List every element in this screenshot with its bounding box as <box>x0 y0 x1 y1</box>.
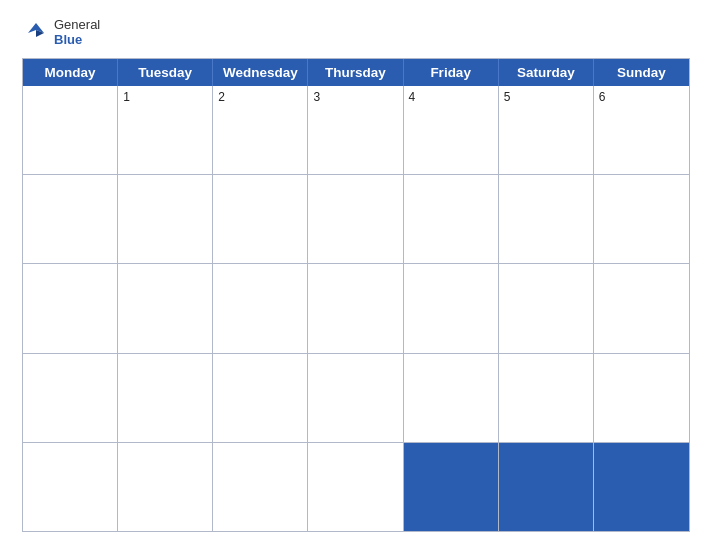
date-number-17: 17 <box>313 268 326 282</box>
cal-cell-w4-d1: 21 <box>23 354 118 442</box>
calendar-body: 1234567891011121314151617181920212223242… <box>23 86 689 531</box>
page-header: General Blue <box>22 18 690 48</box>
date-number-28: 28 <box>28 447 41 461</box>
week-row-5: 28293031 <box>23 442 689 531</box>
date-number-7: 7 <box>28 179 35 193</box>
cal-cell-w4-d4: 24 <box>308 354 403 442</box>
logo-text-blue: Blue <box>54 33 100 48</box>
date-number-21: 21 <box>28 358 41 372</box>
logo-bird-icon <box>22 19 50 47</box>
date-number-22: 22 <box>123 358 136 372</box>
cal-cell-w4-d3: 23 <box>213 354 308 442</box>
cal-cell-w5-d2: 29 <box>118 443 213 531</box>
cal-cell-w3-d6: 19 <box>499 264 594 352</box>
cal-cell-w5-d3: 30 <box>213 443 308 531</box>
week-row-2: 78910111213 <box>23 174 689 263</box>
cal-cell-w3-d2: 15 <box>118 264 213 352</box>
date-number-11: 11 <box>409 179 422 193</box>
date-number-2: 2 <box>218 90 225 104</box>
cal-cell-w5-d1: 28 <box>23 443 118 531</box>
header-day-wednesday: Wednesday <box>213 59 308 86</box>
cal-cell-w4-d6: 26 <box>499 354 594 442</box>
date-number-13: 13 <box>599 179 612 193</box>
cal-cell-w1-d2: 1 <box>118 86 213 174</box>
header-day-sunday: Sunday <box>594 59 689 86</box>
cal-cell-w5-d5 <box>404 443 499 531</box>
date-number-16: 16 <box>218 268 231 282</box>
date-number-4: 4 <box>409 90 416 104</box>
date-number-19: 19 <box>504 268 517 282</box>
date-number-9: 9 <box>218 179 225 193</box>
date-number-24: 24 <box>313 358 326 372</box>
cal-cell-w1-d1 <box>23 86 118 174</box>
logo-text-general: General <box>54 18 100 33</box>
date-number-1: 1 <box>123 90 130 104</box>
cal-cell-w5-d4: 31 <box>308 443 403 531</box>
cal-cell-w4-d5: 25 <box>404 354 499 442</box>
date-number-3: 3 <box>313 90 320 104</box>
date-number-10: 10 <box>313 179 326 193</box>
week-row-3: 14151617181920 <box>23 263 689 352</box>
cal-cell-w2-d4: 10 <box>308 175 403 263</box>
cal-cell-w3-d3: 16 <box>213 264 308 352</box>
date-number-31: 31 <box>313 447 326 461</box>
week-row-4: 21222324252627 <box>23 353 689 442</box>
cal-cell-w4-d2: 22 <box>118 354 213 442</box>
cal-cell-w3-d7: 20 <box>594 264 689 352</box>
cal-cell-w2-d6: 12 <box>499 175 594 263</box>
cal-cell-w5-d7 <box>594 443 689 531</box>
cal-cell-w5-d6 <box>499 443 594 531</box>
cal-cell-w1-d3: 2 <box>213 86 308 174</box>
cal-cell-w1-d7: 6 <box>594 86 689 174</box>
date-number-6: 6 <box>599 90 606 104</box>
header-day-tuesday: Tuesday <box>118 59 213 86</box>
cal-cell-w2-d7: 13 <box>594 175 689 263</box>
calendar-page: General Blue MondayTuesdayWednesdayThurs… <box>0 0 712 550</box>
cal-cell-w3-d4: 17 <box>308 264 403 352</box>
date-number-23: 23 <box>218 358 231 372</box>
cal-cell-w3-d1: 14 <box>23 264 118 352</box>
date-number-8: 8 <box>123 179 130 193</box>
date-number-12: 12 <box>504 179 517 193</box>
date-number-18: 18 <box>409 268 422 282</box>
header-day-saturday: Saturday <box>499 59 594 86</box>
header-day-monday: Monday <box>23 59 118 86</box>
cal-cell-w1-d4: 3 <box>308 86 403 174</box>
week-row-1: 123456 <box>23 86 689 174</box>
date-number-15: 15 <box>123 268 136 282</box>
date-number-25: 25 <box>409 358 422 372</box>
date-number-5: 5 <box>504 90 511 104</box>
cal-cell-w1-d6: 5 <box>499 86 594 174</box>
header-day-friday: Friday <box>404 59 499 86</box>
date-number-30: 30 <box>218 447 231 461</box>
cal-cell-w4-d7: 27 <box>594 354 689 442</box>
cal-cell-w2-d2: 8 <box>118 175 213 263</box>
cal-cell-w3-d5: 18 <box>404 264 499 352</box>
calendar-header: MondayTuesdayWednesdayThursdayFridaySatu… <box>23 59 689 86</box>
date-number-20: 20 <box>599 268 612 282</box>
date-number-26: 26 <box>504 358 517 372</box>
date-number-27: 27 <box>599 358 612 372</box>
logo: General Blue <box>22 18 100 48</box>
header-day-thursday: Thursday <box>308 59 403 86</box>
calendar-grid: MondayTuesdayWednesdayThursdayFridaySatu… <box>22 58 690 532</box>
cal-cell-w2-d1: 7 <box>23 175 118 263</box>
date-number-29: 29 <box>123 447 136 461</box>
cal-cell-w1-d5: 4 <box>404 86 499 174</box>
cal-cell-w2-d3: 9 <box>213 175 308 263</box>
cal-cell-w2-d5: 11 <box>404 175 499 263</box>
date-number-14: 14 <box>28 268 41 282</box>
